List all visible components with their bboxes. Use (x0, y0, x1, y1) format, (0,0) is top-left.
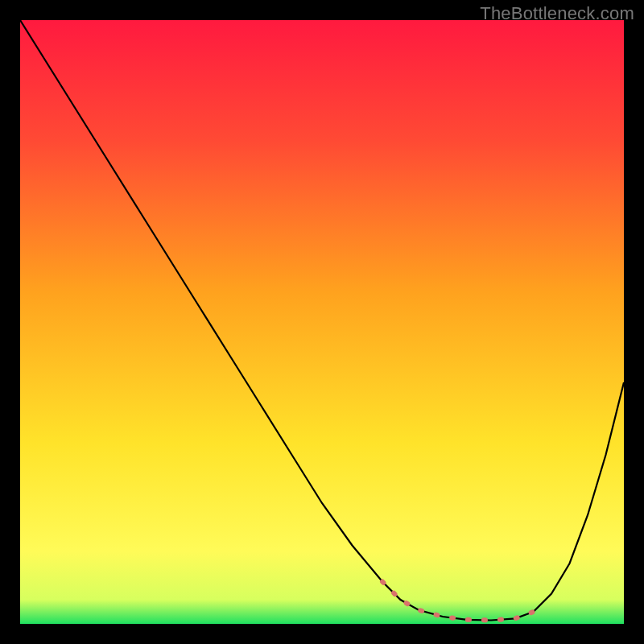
chart-svg (20, 20, 624, 624)
watermark-text: TheBottleneck.com (480, 3, 634, 24)
chart-plot-area (20, 20, 624, 624)
chart-frame: TheBottleneck.com (0, 0, 644, 644)
gradient-background (20, 20, 624, 624)
